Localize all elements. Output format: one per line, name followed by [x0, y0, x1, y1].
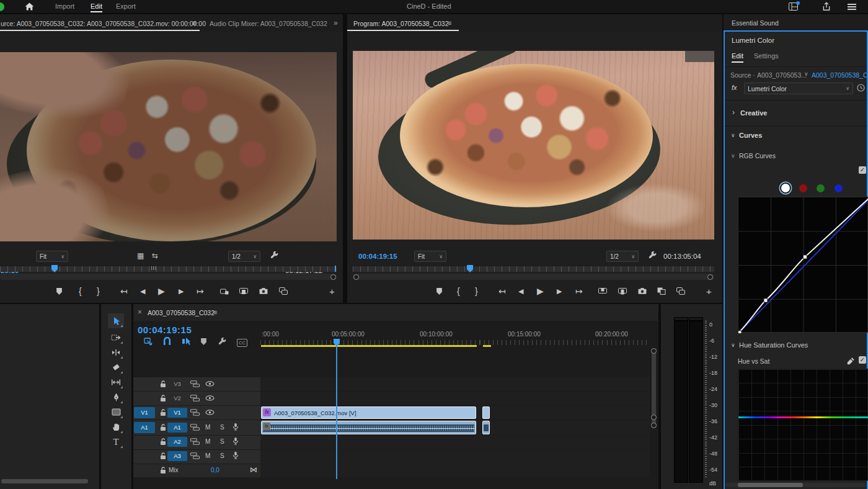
tab-sequence[interactable]: A003_07050538_C032	[148, 309, 215, 316]
program-timecode[interactable]: 00:04:19:15	[358, 253, 397, 260]
eyedropper-icon[interactable]	[847, 357, 855, 365]
track-label-a1[interactable]: A1	[167, 423, 187, 433]
track-label-a2[interactable]: A2	[167, 437, 187, 447]
keyframe-bowtie-icon[interactable]: ⋈	[250, 465, 257, 474]
source-resolution-select[interactable]: 1/2 ∨	[228, 251, 260, 262]
mic-icon[interactable]	[232, 423, 239, 431]
source-settings-grid-icon[interactable]: ▦	[137, 251, 144, 260]
close-tab-icon[interactable]: ×	[138, 308, 142, 316]
section-creative[interactable]: Creative	[740, 109, 767, 117]
insert-icon[interactable]	[220, 288, 229, 295]
sync-lock-icon[interactable]	[190, 424, 200, 431]
play-button[interactable]: ▶	[158, 286, 165, 296]
track-lane-v3[interactable]	[260, 377, 650, 391]
rgb-curve-editor[interactable]	[738, 197, 868, 333]
audio-clip[interactable]: fx	[261, 421, 476, 434]
source-scrollbar-right-handle[interactable]	[330, 274, 336, 280]
program-time-ruler[interactable]	[353, 266, 714, 272]
menu-import[interactable]: Import	[55, 2, 74, 10]
source-video-frame[interactable]	[0, 52, 337, 241]
source-panel-menu-icon[interactable]: ≡	[192, 19, 196, 27]
linked-selection-icon[interactable]	[182, 337, 191, 346]
lift-icon[interactable]	[598, 288, 607, 295]
curve-channel-red[interactable]	[799, 184, 807, 192]
source-playhead-marker[interactable]	[51, 265, 58, 272]
razor-tool[interactable]	[108, 360, 124, 375]
add-marker-icon[interactable]	[56, 287, 63, 295]
source-wrench-icon[interactable]	[270, 251, 278, 259]
rectangle-tool[interactable]	[108, 405, 124, 419]
share-icon[interactable]	[822, 2, 831, 11]
track-select-forward-tool[interactable]	[108, 330, 124, 345]
tab-audio-clip-mixer[interactable]: Audio Clip Mixer: A003_07050538_C032	[210, 20, 327, 27]
step-forward-button[interactable]: ▶	[557, 287, 562, 295]
mute-button[interactable]: M	[205, 452, 210, 459]
mix-volume-value[interactable]: 0,0	[211, 467, 219, 473]
sync-lock-icon[interactable]	[190, 452, 200, 459]
track-lane-a3[interactable]	[260, 450, 650, 464]
timeline-settings-wrench-icon[interactable]	[218, 338, 226, 346]
hue-vs-sat-checkbox[interactable]: ✓	[859, 356, 866, 364]
track-label-v2[interactable]: V2	[167, 393, 187, 403]
source-compare-icon[interactable]: ⇆	[152, 251, 158, 260]
menu-edit[interactable]: Edit	[91, 2, 102, 12]
goto-in-button[interactable]: ↤	[498, 286, 506, 296]
curve-channel-green[interactable]	[817, 184, 825, 192]
effect-clock-icon[interactable]	[857, 84, 865, 92]
chevron-right-icon[interactable]: ›	[732, 108, 735, 117]
lock-icon[interactable]	[160, 438, 166, 446]
snap-magnet-icon[interactable]	[163, 337, 171, 346]
step-forward-button[interactable]: ▶	[179, 287, 184, 295]
program-fit-select[interactable]: Fit ∨	[414, 251, 446, 262]
eye-icon[interactable]	[205, 410, 215, 415]
lumetri-tab-edit[interactable]: Edit	[732, 52, 743, 63]
work-area-bar[interactable]	[261, 345, 477, 347]
program-scrollbar-left-handle[interactable]	[353, 274, 359, 280]
tab-program[interactable]: Program: A003_07050538_C032	[353, 20, 449, 27]
home-icon[interactable]	[25, 2, 34, 11]
curve-channel-blue[interactable]	[835, 184, 843, 192]
menu-export[interactable]: Export	[116, 2, 136, 10]
selection-tool[interactable]	[108, 313, 124, 328]
goto-in-button[interactable]: ↤	[120, 286, 128, 296]
solo-button[interactable]: S	[220, 438, 224, 445]
lock-icon[interactable]	[160, 409, 166, 416]
lock-icon[interactable]	[160, 467, 166, 474]
lumetri-master-clip[interactable]: A003_07050538_C0	[812, 71, 867, 79]
timeline-handle-2[interactable]	[651, 415, 657, 420]
sync-lock-icon[interactable]	[190, 409, 200, 416]
add-marker-icon[interactable]	[436, 287, 443, 295]
section-curves[interactable]: Curves	[739, 132, 762, 139]
hand-tool[interactable]	[108, 419, 124, 434]
tab-essential-sound[interactable]: Essential Sound	[732, 19, 779, 27]
button-editor-plus[interactable]: +	[329, 286, 335, 297]
source-fit-select[interactable]: Fit ∨	[36, 251, 68, 262]
mute-button[interactable]: M	[205, 438, 210, 445]
step-back-button[interactable]: ◀	[518, 287, 523, 295]
sync-lock-icon[interactable]	[190, 438, 200, 445]
goto-out-button[interactable]: ↦	[575, 286, 583, 296]
hue-spectrum-line[interactable]	[738, 416, 868, 418]
timeline-ruler-ticks[interactable]	[260, 340, 650, 345]
lock-icon[interactable]	[160, 395, 166, 402]
section-rgb-curves[interactable]: RGB Curves	[739, 152, 776, 159]
sync-lock-icon[interactable]	[190, 380, 200, 387]
lumetri-effect-select[interactable]: Lumetri Color ∨	[744, 83, 853, 94]
button-editor-plus[interactable]: +	[706, 286, 712, 297]
program-playhead-marker[interactable]	[466, 265, 474, 272]
ripple-edit-tool[interactable]	[108, 345, 124, 360]
hue-vs-sat-editor[interactable]	[738, 369, 868, 481]
curve-channel-white[interactable]	[781, 184, 790, 192]
sync-lock-icon[interactable]	[190, 395, 200, 402]
comparison-view-icon[interactable]	[676, 287, 685, 295]
timeline-handle-3[interactable]	[651, 423, 657, 428]
timeline-handle-1[interactable]	[651, 348, 657, 354]
tab-source[interactable]: urce: A003_07050538_C032: A003_07050538_…	[1, 20, 206, 27]
chevron-down-icon[interactable]: ∨	[731, 132, 735, 138]
timeline-timecode[interactable]: 00:04:19:15	[138, 325, 192, 335]
track-lane-mix[interactable]	[260, 464, 650, 477]
track-label-v1[interactable]: V1	[167, 408, 187, 418]
mic-icon[interactable]	[232, 451, 239, 460]
source-patch-a1[interactable]: A1	[134, 422, 155, 433]
track-lane-v2[interactable]	[260, 392, 650, 405]
